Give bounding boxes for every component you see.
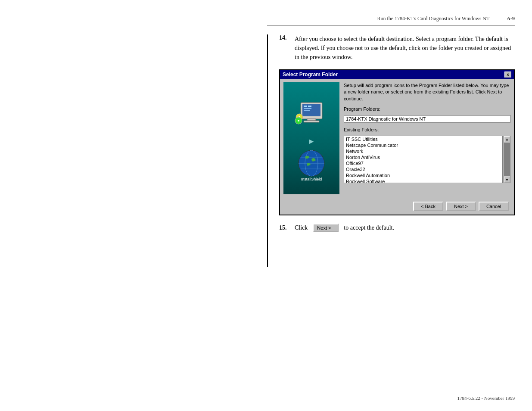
- dialog-body: ► InstallShield: [280, 79, 514, 198]
- dialog-footer: < Back Next > Cancel: [280, 198, 514, 215]
- step-15-number: 15.: [279, 224, 291, 231]
- scrollbar-thumb[interactable]: [504, 143, 510, 176]
- step-14-text: After you choose to select the default d…: [295, 34, 515, 62]
- page-footer: 1784-6.5.22 - November 1999: [457, 395, 515, 401]
- list-item[interactable]: Norton AntiVirus: [344, 154, 502, 160]
- dialog-description: Setup will add program icons to the Prog…: [344, 82, 510, 102]
- step-15: 15. Click Next > to accept the default.: [279, 223, 515, 232]
- program-folders-label: Program Folders:: [344, 106, 510, 112]
- svg-point-11: [298, 120, 299, 121]
- select-program-folder-dialog: Select Program Folder ×: [279, 69, 515, 215]
- dialog-right-panel: Setup will add program icons to the Prog…: [344, 82, 510, 194]
- list-item[interactable]: IT SSC Utilities: [344, 136, 502, 142]
- dialog-titlebar: Select Program Folder ×: [280, 70, 514, 79]
- program-folder-input[interactable]: [344, 115, 510, 123]
- svg-rect-6: [307, 119, 316, 121]
- dialog-title: Select Program Folder: [283, 72, 338, 78]
- next-inline-button[interactable]: Next >: [313, 224, 339, 232]
- globe-icon: [296, 148, 327, 178]
- computer-icon: [294, 98, 329, 133]
- list-item[interactable]: Netscape Communicator: [344, 142, 502, 148]
- list-item[interactable]: Rockwell Software: [344, 178, 502, 183]
- header-page: A-9: [507, 16, 515, 22]
- svg-rect-7: [304, 121, 319, 122]
- scroll-up-button[interactable]: ▲: [504, 136, 510, 142]
- left-bar: [267, 34, 268, 267]
- back-button[interactable]: < Back: [413, 202, 443, 211]
- step-14-number: 14.: [279, 34, 291, 62]
- installshield-label: InstallShield: [283, 177, 339, 181]
- svg-rect-5: [304, 110, 310, 111]
- scroll-down-button[interactable]: ▼: [504, 177, 510, 183]
- cancel-button[interactable]: Cancel: [479, 202, 509, 211]
- header-title: Run the 1784-KTx Card Diagnostics for Wi…: [377, 16, 489, 22]
- page-container: Run the 1784-KTx Card Diagnostics for Wi…: [0, 0, 532, 411]
- existing-folders-listbox[interactable]: IT SSC UtilitiesNetscape CommunicatorNet…: [344, 136, 503, 183]
- list-item[interactable]: Rockwell Automation: [344, 172, 502, 178]
- arrow-decoration: ►: [308, 137, 315, 146]
- header: Run the 1784-KTx Card Diagnostics for Wi…: [377, 16, 515, 22]
- existing-folders-label: Existing Folders:: [344, 127, 510, 132]
- step-14: 14. After you choose to select the defau…: [279, 34, 515, 62]
- list-item[interactable]: Office97: [344, 160, 502, 166]
- existing-folders-wrapper: IT SSC UtilitiesNetscape CommunicatorNet…: [344, 136, 510, 183]
- listbox-scrollbar[interactable]: ▲ ▼: [504, 136, 510, 183]
- dialog-image-panel: ► InstallShield: [283, 82, 339, 194]
- list-item[interactable]: Oracle32: [344, 166, 502, 172]
- next-button[interactable]: Next >: [446, 202, 476, 211]
- svg-rect-3: [308, 106, 311, 107]
- step-15-pre-text: Click: [295, 223, 308, 232]
- list-item[interactable]: Network: [344, 148, 502, 154]
- dialog-close-button[interactable]: ×: [504, 72, 511, 78]
- step-15-post-text: to accept the default.: [344, 223, 394, 232]
- header-line: [267, 25, 515, 25]
- svg-rect-4: [304, 108, 311, 109]
- svg-rect-2: [304, 106, 307, 107]
- main-content: 14. After you choose to select the defau…: [279, 34, 515, 232]
